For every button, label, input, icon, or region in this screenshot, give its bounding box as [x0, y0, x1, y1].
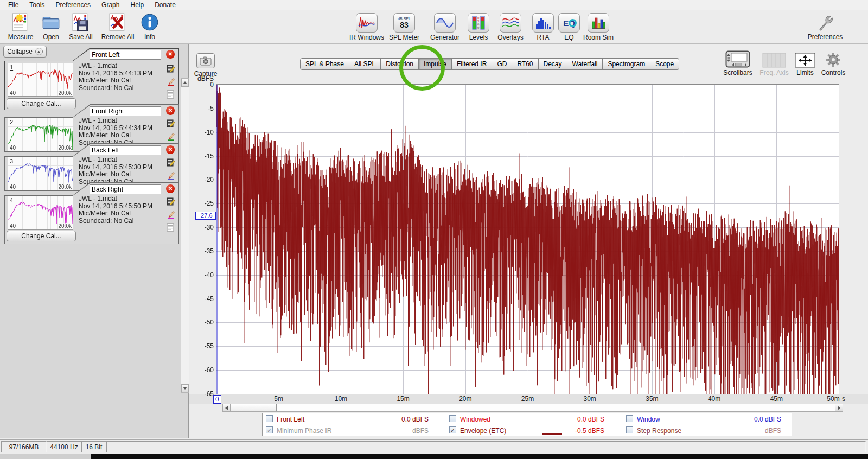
scrollbar-thumb[interactable] [231, 404, 277, 411]
overlays-button[interactable]: Overlays [493, 13, 528, 41]
scroll-left-button[interactable] [223, 404, 231, 411]
sidebar-scrollbar[interactable] [181, 78, 189, 393]
y-tick-label: -65 [190, 390, 214, 398]
tab-gd[interactable]: GD [492, 58, 512, 70]
scrollbars-button[interactable]: Scrollbars [722, 50, 754, 76]
edit-notes-icon[interactable] [167, 158, 175, 167]
trace-color-pencil-icon[interactable] [167, 170, 175, 180]
limits-label: Limits [796, 69, 813, 76]
capture-button[interactable] [196, 53, 215, 68]
generator-button[interactable]: Generator [427, 13, 463, 41]
tab-decay[interactable]: Decay [539, 58, 567, 70]
x-tick-label: 30m [576, 395, 603, 403]
rta-icon [532, 13, 554, 33]
graph-horizontal-scrollbar[interactable] [222, 404, 843, 412]
remove-all-button[interactable]: Remove All [99, 12, 137, 41]
x-tick-label: 45m [763, 395, 790, 403]
tab-all-spl[interactable]: All SPL [349, 58, 381, 70]
scroll-down-button[interactable] [181, 384, 189, 392]
delete-measurement-icon[interactable]: ✕ [166, 50, 175, 59]
controls-button[interactable]: Controls [818, 52, 848, 76]
impulse-plot-canvas[interactable] [216, 85, 839, 394]
tab-spl-phase[interactable]: SPL & Phase [300, 58, 349, 70]
edit-notes-icon[interactable] [167, 64, 175, 73]
delete-measurement-icon[interactable]: ✕ [166, 106, 175, 115]
notes-page-icon[interactable] [167, 223, 174, 232]
measurement-thumbnail[interactable]: 2 40 20.0k [8, 118, 73, 151]
measurement-thumbnail[interactable]: 4 40 20.0k [8, 196, 73, 229]
freq-axis-button: Freq. Axis [758, 53, 790, 76]
thumb-freq-high: 20.0k [59, 223, 72, 229]
delete-measurement-icon[interactable]: ✕ [166, 145, 175, 154]
measurement-number: 2 [10, 119, 13, 125]
tab-rt60[interactable]: RT60 [512, 58, 538, 70]
room-sim-button[interactable]: Room Sim [580, 13, 616, 41]
open-button[interactable]: Open [38, 12, 64, 41]
ir-windows-button[interactable]: IR Windows [349, 13, 385, 41]
info-button[interactable]: Info [139, 12, 161, 41]
change-cal-button[interactable]: Change Cal... [7, 98, 76, 109]
tab-scope[interactable]: Scope [650, 58, 679, 70]
measurement-thumbnail[interactable]: 3 40 20.0k [8, 157, 73, 190]
tab-waterfall[interactable]: Waterfall [567, 58, 603, 70]
trace-color-pencil-icon[interactable] [167, 131, 175, 141]
y-tick-label: -55 [190, 342, 214, 350]
menu-file[interactable]: File [3, 0, 23, 10]
legend-checkbox-front-left[interactable] [266, 415, 273, 422]
delete-measurement-icon[interactable]: ✕ [166, 184, 175, 193]
limits-button[interactable]: Limits [793, 53, 817, 76]
trace-color-pencil-icon[interactable] [167, 76, 175, 86]
measurement-card[interactable]: ✕ 4 40 20.0k JWL - 1.mdatNov 14, 2016 5:… [4, 182, 179, 244]
scroll-right-button[interactable] [835, 404, 843, 411]
x-tick-label: 35m [639, 395, 666, 403]
menu-graph[interactable]: Graph [97, 0, 124, 10]
tab-spectrogram[interactable]: Spectrogram [603, 58, 650, 70]
plot-area[interactable] [216, 84, 839, 394]
collapse-button[interactable]: Collapse« [3, 46, 47, 58]
tab-impulse[interactable]: Impulse [419, 58, 452, 70]
info-label: Info [144, 33, 155, 41]
gear-icon [825, 52, 841, 68]
legend-checkbox-minimum-phase-ir[interactable]: ✓ [266, 426, 273, 433]
measure-button[interactable]: Measure [5, 12, 36, 41]
legend-label: Envelope (ETC) [460, 427, 506, 435]
legend-label: Windowed [460, 416, 490, 423]
thumb-freq-high: 20.0k [59, 145, 72, 151]
tab-distortion[interactable]: Distortion [381, 58, 419, 70]
spl-meter-button[interactable]: dB SPL 83 SPL Meter [386, 13, 422, 41]
legend-value: dBFS [700, 427, 781, 435]
measurement-name-input[interactable] [90, 50, 161, 60]
measurement-name-input[interactable] [90, 184, 161, 194]
levels-button[interactable]: 03 69 Levels [461, 13, 496, 41]
menu-donate[interactable]: Donate [150, 0, 181, 10]
legend-checkbox-window[interactable] [626, 415, 633, 422]
x-tick-label: 0 [213, 395, 221, 404]
legend-checkbox-step-response[interactable] [626, 426, 633, 433]
y-tick-label: -20 [190, 176, 214, 183]
trace-color-pencil-icon[interactable] [167, 209, 175, 219]
measurement-name-input[interactable] [90, 145, 161, 155]
measurement-thumbnail[interactable]: 1 40 20.0k [8, 63, 73, 97]
controls-label: Controls [821, 69, 846, 76]
legend-label: Window [637, 416, 660, 423]
tab-filtered-ir[interactable]: Filtered IR [452, 58, 492, 70]
preferences-button[interactable]: Preferences [806, 12, 844, 41]
legend-checkbox-envelope-etc-[interactable]: ✓ [449, 426, 456, 433]
measurement-name-input[interactable] [90, 106, 161, 116]
remove-all-icon [108, 12, 127, 32]
y-tick-label: -10 [190, 129, 214, 136]
legend-checkbox-windowed[interactable] [449, 415, 456, 422]
remove-all-label: Remove All [101, 33, 135, 41]
notes-page-icon[interactable] [167, 90, 174, 99]
edit-notes-icon[interactable] [167, 197, 175, 206]
legend-label: Step Response [637, 427, 681, 435]
edit-notes-icon[interactable] [167, 119, 175, 127]
save-all-button[interactable]: Save All [65, 12, 97, 41]
y-tick-label: 0 [190, 81, 214, 88]
camera-icon [200, 56, 212, 66]
menu-help[interactable]: Help [125, 0, 149, 10]
menu-preferences[interactable]: Preferences [50, 0, 95, 10]
menu-tools[interactable]: Tools [24, 0, 49, 10]
change-cal-button[interactable]: Change Cal... [7, 231, 76, 241]
legend-value: 0.0 dBFS [700, 416, 781, 423]
